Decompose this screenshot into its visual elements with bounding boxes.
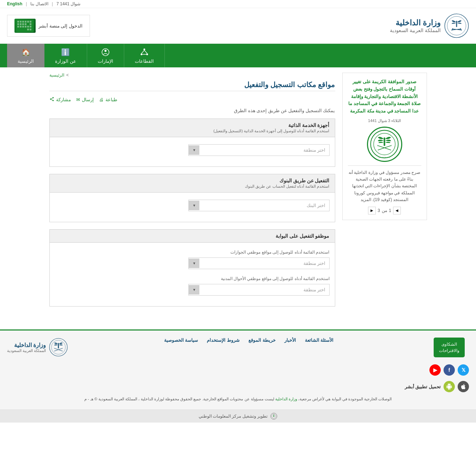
english-link[interactable]: English: [7, 1, 22, 6]
nav-items: 🏠 الرئيسية ℹ️ عن الوزارة الإمارات: [7, 44, 165, 67]
bank-header: التفعيل عن طريق البنوك استخدم القائمة أد…: [50, 174, 335, 193]
footer-emblem: [49, 338, 68, 357]
portal-officers-body: استخدم القائمة أدناه للوصول إلى مواقع مو…: [50, 243, 335, 306]
civil-select-group: اختر منطقة ▼: [55, 284, 330, 296]
toolbar: مشاركة ✉ إرسال 🖨 طباعة: [49, 97, 335, 103]
complaint-button[interactable]: الشكاوىوالاقتراحات: [434, 338, 465, 357]
self-service-header: أجهزة الخدمة الذاتية استخدم القائمة أدنا…: [50, 119, 335, 137]
passports-dropdown[interactable]: اختر منطقة: [199, 258, 329, 269]
share-label: مشاركة: [56, 97, 71, 102]
svg-point-49: [273, 416, 275, 417]
sidebar-news: صدور الموافقة الكريمة على تغيير أوقات ال…: [342, 73, 427, 220]
breadcrumb: الرئيسية <: [49, 73, 335, 78]
nav-home-label: الرئيسية: [18, 59, 34, 64]
civil-select-wrapper[interactable]: اختر منطقة ▼: [188, 284, 330, 296]
bank-select-group: اختر البنك ▼: [55, 200, 330, 211]
svg-rect-18: [25, 26, 26, 28]
contact-link[interactable]: الاتصال بنا: [30, 1, 48, 6]
apps-label: تحميل تطبيق أبشر: [405, 384, 441, 389]
pagination: ◀ 1 من 3 ▶: [348, 207, 421, 214]
absher-label: الدخول إلى منصة أبشر: [38, 23, 83, 29]
bank-dropdown[interactable]: اختر البنك: [199, 200, 329, 211]
footer-social: 𝕏 f ▶: [429, 364, 469, 376]
svg-rect-16: [25, 23, 26, 25]
next-page-btn[interactable]: ▶: [368, 207, 376, 214]
nic-logo-icon: [270, 413, 277, 420]
news-date: الثلاثاء 3 شوال 1441: [348, 119, 421, 123]
nav-item-sectors[interactable]: القطاعات: [124, 44, 165, 67]
svg-rect-15: [30, 21, 31, 23]
developer-label: تطوير وتشغيل مركز المعلومات الوطني: [199, 414, 267, 419]
interior-ministry-link[interactable]: وزارة الداخلية: [275, 397, 297, 401]
send-label: إرسال: [82, 97, 94, 102]
print-label: طباعة: [106, 97, 117, 102]
bank-section: التفعيل عن طريق البنوك استخدم القائمة أد…: [49, 174, 335, 222]
svg-rect-21: [27, 29, 29, 30]
date-display: 7 شوال 1441: [56, 1, 80, 6]
svg-point-26: [140, 54, 142, 55]
page-total: 3: [378, 208, 380, 213]
share-button[interactable]: مشاركة: [49, 97, 71, 103]
bank-select-wrapper[interactable]: اختر البنك ▼: [188, 200, 330, 211]
twitter-icon[interactable]: 𝕏: [458, 364, 469, 376]
portal-officers-title: موظفو التفعيل على البوابة: [55, 233, 330, 239]
sitemap-link[interactable]: خريطة الموقع: [248, 338, 276, 343]
prev-page-btn[interactable]: ◀: [393, 207, 401, 214]
print-button[interactable]: 🖨 طباعة: [99, 97, 117, 103]
civil-dropdown[interactable]: اختر منطقة: [199, 284, 329, 295]
separator2: |: [52, 1, 53, 6]
top-bar: English | الاتصال بنا | 7 شوال 1441: [0, 0, 476, 8]
svg-line-41: [51, 98, 53, 99]
svg-rect-14: [27, 21, 29, 23]
page-current: 1: [389, 208, 391, 213]
send-icon: ✉: [76, 97, 80, 102]
content-wrapper: صدور الموافقة الكريمة على تغيير أوقات ال…: [44, 67, 432, 319]
nav-item-about[interactable]: ℹ️ عن الوزارة: [44, 44, 87, 67]
terms-link[interactable]: شروط الإستخدام: [207, 338, 240, 343]
intro-text: يمكنك التسجيل والتفعيل عن طريق إحدى هذه …: [49, 108, 335, 113]
bank-body: اختر البنك ▼: [50, 193, 335, 222]
footer-left: الشكاوىوالاقتراحات 𝕏 f ▶: [429, 338, 469, 376]
footer-bottom-bar: تطوير وتشغيل مركز المعلومات الوطني: [0, 410, 476, 423]
apple-store-btn[interactable]: [458, 381, 469, 392]
main-content: الرئيسية < مواقع مكاتب التسجيل والتفعيل …: [49, 73, 335, 314]
self-service-section: أجهزة الخدمة الذاتية استخدم القائمة أدنا…: [49, 119, 335, 167]
news-link[interactable]: الأخبار: [284, 338, 296, 343]
bank-select-arrow: ▼: [189, 201, 200, 210]
svg-rect-10: [17, 26, 19, 28]
svg-rect-17: [30, 23, 31, 25]
faq-link[interactable]: الأسئلة الشائعة: [305, 338, 334, 343]
passports-arrow: ▼: [189, 259, 200, 268]
self-service-dropdown[interactable]: اختر منطقة: [199, 145, 329, 156]
self-service-select-wrapper[interactable]: اختر منطقة ▼: [188, 144, 330, 156]
news-title: صدور الموافقة الكريمة على تغيير أوقات ال…: [348, 78, 421, 115]
passports-select-wrapper[interactable]: اختر منطقة ▼: [188, 257, 330, 269]
absher-box[interactable]: الدخول إلى منصة أبشر: [7, 15, 90, 37]
emirates-icon: [101, 47, 110, 57]
svg-rect-33: [384, 138, 385, 146]
header-logo: وزارة الداخلية المملكة العربية السعودية: [390, 13, 469, 38]
ministry-name: وزارة الداخلية: [390, 18, 441, 28]
privacy-link[interactable]: سياسة الخصوصية: [164, 338, 198, 343]
nav-item-home[interactable]: 🏠 الرئيسية: [7, 44, 44, 67]
civil-arrow: ▼: [189, 285, 200, 295]
footer-top: الشكاوىوالاقتراحات 𝕏 f ▶ الأسئلة الشائعة…: [7, 338, 469, 376]
share-icon: [49, 97, 54, 103]
footer-middle: تحميل تطبيق أبشر: [7, 381, 469, 392]
self-service-select-group: اختر منطقة ▼: [55, 144, 330, 156]
facebook-icon[interactable]: f: [444, 364, 455, 376]
youtube-icon[interactable]: ▶: [429, 364, 441, 376]
self-service-body: اختر منطقة ▼: [50, 137, 335, 166]
footer-country: المملكة العربية السعودية: [7, 348, 46, 353]
nav-item-emirates[interactable]: الإمارات: [87, 44, 124, 67]
absher-logo-icon: [14, 19, 36, 33]
svg-point-25: [143, 49, 145, 50]
svg-point-38: [50, 98, 51, 100]
breadcrumb-home[interactable]: الرئيسية: [49, 73, 64, 78]
svg-rect-11: [20, 26, 22, 28]
android-store-btn[interactable]: [444, 381, 455, 392]
send-button[interactable]: ✉ إرسال: [76, 97, 94, 103]
svg-rect-22: [30, 29, 31, 30]
svg-point-39: [52, 100, 54, 101]
civil-subtitle: استخدم القائمة أدناه للوصول إلى مواقع مو…: [55, 276, 330, 281]
